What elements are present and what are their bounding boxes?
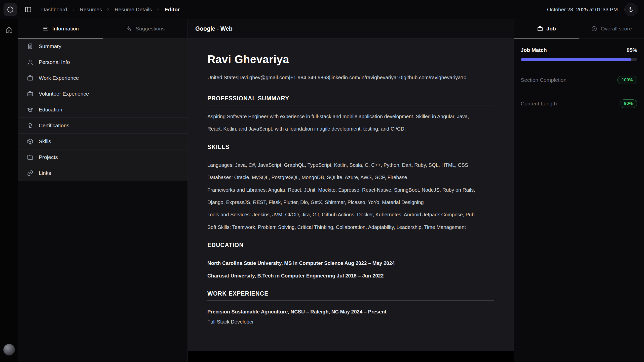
summary-paragraph: React, Kotlin, and JavaScript, with a fo… [207,125,490,133]
sidebar-item-certifications[interactable]: Certifications [18,118,187,134]
resume-title: Google - Web [195,25,233,32]
breadcrumb-resumes[interactable]: Resumes [80,7,102,13]
home-icon [5,26,13,34]
sidebar-section-list: Summary Personal Info Work Experience Vo… [18,38,187,181]
section-heading: EDUCATION [207,242,494,252]
sidebar-item-label: Education [39,107,62,113]
work-entry: Precision Sustainable Agriculture, NCSU … [207,308,490,316]
job-panel: Job Overall score Job Match 95% Section … [514,19,644,362]
sidebar-item-volunteer-experience[interactable]: Volunteer Experience [18,86,187,102]
education-entry: North Carolina State University, MS in C… [207,259,490,267]
top-bar: Dashboard Resumes Resume Details Editor … [0,0,644,19]
panel-left-icon [25,6,32,13]
briefcase-icon [27,75,33,81]
app-window: Dashboard Resumes Resume Details Editor … [0,0,644,362]
work-role: Full Stack Developer [207,318,490,326]
chevron-right-icon [156,7,161,12]
sidebar-item-label: Skills [39,138,51,144]
sidebar-item-label: Volunteer Experience [39,91,89,97]
tab-suggestions[interactable]: Suggestions [103,19,187,38]
education-entry: Charusat University, B.Tech in Computer … [207,272,490,280]
theme-toggle-button[interactable] [624,3,637,16]
section-heading: PROFESSIONAL SUMMARY [207,95,494,105]
job-match-label: Job Match [521,47,547,53]
breadcrumb: Dashboard Resumes Resume Details Editor [41,7,180,13]
briefcase-icon [537,26,543,32]
sidebar-item-personal-info[interactable]: Personal Info [18,54,187,70]
breadcrumb-resume-details[interactable]: Resume Details [115,7,152,13]
job-panel-tabs: Job Overall score [514,19,644,38]
tab-job[interactable]: Job [514,19,579,38]
scroll-text-icon [27,43,33,50]
sidebar-tabs: Information Suggestions [18,19,187,38]
breadcrumb-editor: Editor [165,7,180,13]
circle-check-icon [591,26,597,32]
summary-paragraph: Aspiring Software Engineer with experien… [207,112,490,120]
section-heading: SKILLS [207,144,494,154]
sidebar-item-label: Summary [39,43,61,49]
sidebar: Information Suggestions Summary Personal… [18,19,188,362]
user-avatar[interactable] [3,344,15,355]
content-length-label: Content Length [521,101,557,107]
section-completion-badge: 100% [617,76,637,84]
folder-icon [27,154,33,160]
tab-overall-score[interactable]: Overall score [579,19,644,38]
left-rail [0,19,18,362]
section-completion-row: Section Completion 100% [521,76,637,84]
skills-line: Soft Skills: Teamwork, Problem Solving, … [207,223,490,231]
resume-section-education: EDUCATION North Carolina State Universit… [207,242,494,280]
link-icon [27,170,33,176]
resume-contact-line: United States|ravi.ghev@gmail.com|+1 984… [207,75,494,81]
sidebar-item-label: Certifications [39,123,69,129]
menu-lines-icon [43,26,49,32]
sidebar-item-links[interactable]: Links [18,165,187,181]
sidebar-item-skills[interactable]: Skills [18,134,187,149]
job-match-progress-fill [521,58,631,61]
resume-preview[interactable]: Ravi Ghevariya United States|ravi.ghev@g… [188,38,514,351]
resume-title-header: Google - Web [188,19,514,38]
section-completion-label: Section Completion [521,77,566,83]
sidebar-item-education[interactable]: Education [18,102,187,118]
datetime-label: October 28, 2025 at 01:33 PM [547,7,618,13]
breadcrumb-dashboard[interactable]: Dashboard [41,7,67,13]
tab-information-label: Information [52,26,79,32]
sidebar-item-label: Personal Info [39,59,70,65]
topbar-right: October 28, 2025 at 01:33 PM [547,3,637,16]
sidebar-item-label: Work Experience [39,75,79,81]
skills-line: Languages: Java, C#, JavaScript, GraphQL… [207,161,490,169]
tab-overall-score-label: Overall score [601,26,632,32]
job-match-progressbar [521,58,637,61]
moon-icon [628,7,634,12]
graduation-cap-icon [27,106,33,113]
job-match-row: Job Match 95% [521,47,637,53]
skills-line: Django, ExpressJS, REST, Flask, Flutter,… [207,198,490,206]
resume-section-work: WORK EXPERIENCE Precision Sustainable Ag… [207,290,494,326]
user-icon [27,59,33,65]
logo-ring-icon [7,6,14,13]
skills-line: Databases: Oracle, MySQL, PostgreSQL, Mo… [207,173,490,181]
content-length-badge: 90% [620,99,637,108]
content-length-row: Content Length 90% [521,99,637,108]
skills-line: Tools and Services: Jenkins, JVM, CI/CD,… [207,211,490,219]
sidebar-item-label: Projects [39,154,58,160]
job-panel-body: Job Match 95% Section Completion 100% Co… [514,38,644,116]
app-logo[interactable] [4,3,17,16]
main-area: Information Suggestions Summary Personal… [0,19,644,362]
sidebar-item-summary[interactable]: Summary [18,38,187,54]
certificate-icon [27,122,33,129]
sidebar-toggle-button[interactable] [25,6,32,13]
chevron-right-icon [71,7,76,12]
sidebar-item-work-experience[interactable]: Work Experience [18,70,187,86]
resume-section-summary: PROFESSIONAL SUMMARY Aspiring Software E… [207,95,494,133]
chevron-right-icon [106,7,110,12]
job-match-value: 95% [627,47,637,53]
tab-information[interactable]: Information [18,19,103,38]
resume-section-skills: SKILLS Languages: Java, C#, JavaScript, … [207,144,494,231]
package-icon [27,138,33,145]
resume-name: Ravi Ghevariya [207,53,494,66]
briefcase-icon [27,91,33,97]
sidebar-item-label: Links [39,170,51,176]
sidebar-item-projects[interactable]: Projects [18,149,187,165]
tab-suggestions-label: Suggestions [136,26,165,32]
home-button[interactable] [5,26,13,34]
